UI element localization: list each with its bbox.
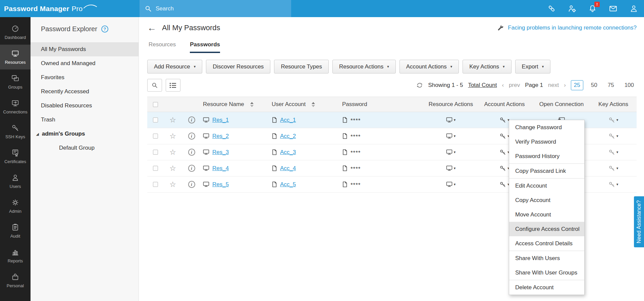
key-actions-trigger[interactable]: ▾ <box>590 149 637 155</box>
resource-actions-trigger[interactable]: ▾ <box>426 117 476 123</box>
explorer-item-owned-and-managed[interactable]: Owned and Managed <box>31 56 139 70</box>
resource-link[interactable]: Res_4 <box>212 165 229 172</box>
add-resource-button[interactable]: Add Resource ▾ <box>147 60 202 73</box>
refresh-icon[interactable] <box>416 82 423 89</box>
key-actions-trigger[interactable]: ▾ <box>590 133 637 139</box>
sidebar-item-connections[interactable]: Connections <box>0 94 31 119</box>
row-checkbox[interactable] <box>153 117 158 122</box>
key-actions-trigger[interactable]: ▾ <box>590 165 637 171</box>
profile-user-icon[interactable] <box>630 4 638 13</box>
explorer-item-default-group[interactable]: Default Group <box>31 141 139 155</box>
resource-link[interactable]: Res_3 <box>212 149 229 156</box>
key-actions-button[interactable]: Key Actions ▾ <box>463 60 511 73</box>
row-checkbox[interactable] <box>153 150 158 155</box>
favorite-star-icon[interactable]: ☆ <box>169 133 176 140</box>
next-page-button[interactable]: next <box>548 82 559 89</box>
explorer-item-disabled-resources[interactable]: Disabled Resources <box>31 99 139 113</box>
password-copy-icon[interactable] <box>342 117 347 123</box>
row-checkbox[interactable] <box>153 182 158 187</box>
info-icon[interactable]: i <box>188 149 195 156</box>
sidebar-item-ssh-keys[interactable]: SSH Keys <box>0 119 31 144</box>
sidebar-item-groups[interactable]: Groups <box>0 69 31 94</box>
sidebar-item-reports[interactable]: Reports <box>0 243 31 268</box>
sidebar-item-resources[interactable]: Resources <box>0 45 31 69</box>
back-arrow-icon[interactable]: ← <box>147 23 156 33</box>
total-count-link[interactable]: Total Count <box>468 82 497 89</box>
sidebar-item-dashboard[interactable]: Dashboard <box>0 20 31 45</box>
resource-link[interactable]: Res_5 <box>212 181 229 188</box>
col-header-resource-name[interactable]: Resource Name <box>201 101 270 108</box>
need-assistance-tab[interactable]: Need Assistance? <box>634 196 644 247</box>
favorite-star-icon[interactable]: ☆ <box>169 181 176 188</box>
notifications-bell-icon[interactable]: ! <box>588 4 597 13</box>
menu-item-access-control-details[interactable]: Access Control Details <box>509 236 584 251</box>
menu-item-verify-password[interactable]: Verify Password <box>509 135 584 149</box>
page-size-25[interactable]: 25 <box>571 80 583 90</box>
account-actions-button[interactable]: Account Actions ▾ <box>399 60 459 73</box>
col-header-user-account[interactable]: User Account <box>270 101 340 108</box>
explorer-item-recently-accessed[interactable]: Recently Accessed <box>31 85 139 99</box>
sort-icon[interactable] <box>312 102 315 107</box>
resource-link[interactable]: Res_1 <box>212 117 229 123</box>
menu-item-move-account[interactable]: Move Account <box>509 207 584 222</box>
info-icon[interactable]: i <box>188 116 195 123</box>
password-copy-icon[interactable] <box>342 165 347 171</box>
prev-page-button[interactable]: prev <box>509 82 520 89</box>
sidebar-item-admin[interactable]: Admin <box>0 194 31 218</box>
page-size-75[interactable]: 75 <box>605 81 617 90</box>
sort-icon[interactable] <box>250 102 254 107</box>
password-copy-icon[interactable] <box>342 181 347 188</box>
account-link[interactable]: Acc_2 <box>280 133 296 140</box>
discover-resources-button[interactable]: Discover Resources <box>206 60 270 73</box>
info-icon[interactable]: i <box>188 165 195 172</box>
explorer-item-favorites[interactable]: Favorites <box>31 70 139 85</box>
remote-connection-help-link[interactable]: Facing problems in launching remote conn… <box>496 24 637 32</box>
menu-item-copy-account[interactable]: Copy Account <box>509 193 584 207</box>
resource-link[interactable]: Res_2 <box>212 133 229 140</box>
app-logo[interactable]: Password Manager Pro <box>4 0 97 17</box>
tab-resources[interactable]: Resources <box>149 41 176 53</box>
global-search[interactable] <box>140 0 291 17</box>
menu-item-delete-account[interactable]: Delete Account <box>509 280 584 295</box>
page-size-50[interactable]: 50 <box>588 81 600 90</box>
favorite-star-icon[interactable]: ☆ <box>169 149 176 156</box>
account-link[interactable]: Acc_5 <box>280 181 296 188</box>
user-admin-icon[interactable] <box>568 4 576 13</box>
help-icon[interactable]: ? <box>101 26 108 33</box>
menu-item-configure-access-control[interactable]: Configure Access Control <box>509 222 584 236</box>
info-icon[interactable]: i <box>188 181 195 188</box>
favorite-star-icon[interactable]: ☆ <box>169 165 176 172</box>
account-link[interactable]: Acc_4 <box>280 165 296 172</box>
global-search-input[interactable] <box>156 0 291 17</box>
info-icon[interactable]: i <box>188 133 195 140</box>
resource-actions-trigger[interactable]: ▾ <box>426 165 476 171</box>
mail-icon[interactable] <box>609 4 618 13</box>
password-copy-icon[interactable] <box>342 149 347 155</box>
explorer-group-admins-groups[interactable]: ◢ admin's Groups <box>31 127 139 141</box>
menu-item-share-with-user-groups[interactable]: Share With User Groups <box>509 265 584 280</box>
menu-item-password-history[interactable]: Password History <box>509 149 584 163</box>
key-actions-trigger[interactable]: ▾ <box>590 117 637 123</box>
sidebar-item-personal[interactable]: Personal <box>0 268 31 293</box>
row-checkbox[interactable] <box>153 166 158 171</box>
table-search-button[interactable] <box>147 79 162 92</box>
explorer-item-trash[interactable]: Trash <box>31 113 139 127</box>
resource-actions-trigger[interactable]: ▾ <box>426 182 476 187</box>
tab-passwords[interactable]: Passwords <box>190 41 220 53</box>
view-toggle-button[interactable] <box>166 79 180 92</box>
quick-connection-link-icon[interactable] <box>547 4 556 13</box>
account-link[interactable]: Acc_1 <box>280 117 296 123</box>
account-link[interactable]: Acc_3 <box>280 149 296 156</box>
menu-item-edit-account[interactable]: Edit Account <box>509 179 584 193</box>
sidebar-item-certificates[interactable]: Certificates <box>0 144 31 169</box>
select-all-checkbox[interactable] <box>153 102 158 107</box>
menu-item-copy-passcard-link[interactable]: Copy Passcard Link <box>509 164 584 178</box>
export-button[interactable]: Export ▾ <box>515 60 551 73</box>
resource-actions-button[interactable]: Resource Actions ▾ <box>332 60 396 73</box>
menu-item-change-password[interactable]: Change Password <box>509 120 584 135</box>
menu-item-share-with-users[interactable]: Share With Users <box>509 251 584 265</box>
row-checkbox[interactable] <box>153 134 158 139</box>
resource-actions-trigger[interactable]: ▾ <box>426 149 476 155</box>
page-size-100[interactable]: 100 <box>622 81 637 90</box>
sidebar-item-audit[interactable]: Audit <box>0 218 31 243</box>
